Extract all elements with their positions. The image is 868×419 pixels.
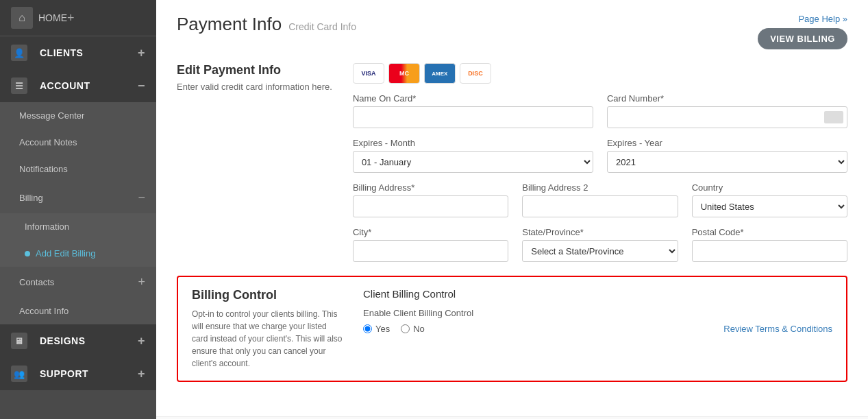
- sidebar-item-message-center[interactable]: Message Center: [0, 102, 156, 129]
- clients-plus-icon: +: [138, 46, 145, 60]
- form-right: VISA MC AMEX DISC Name On Card* Card Num…: [353, 63, 847, 262]
- name-on-card-input[interactable]: [353, 106, 593, 128]
- sidebar-item-notifications[interactable]: Notifications: [0, 156, 156, 182]
- sidebar-item-account-info[interactable]: Account Info: [0, 298, 156, 324]
- billing-control-title: Billing Control: [192, 288, 343, 302]
- billing-address2-input[interactable]: [522, 195, 678, 217]
- client-billing-title: Client Billing Control: [363, 288, 832, 300]
- card-type-indicator: [824, 111, 843, 123]
- sidebar-item-billing[interactable]: Billing −: [0, 182, 156, 213]
- edit-payment-title: Edit Payment Info: [177, 63, 332, 77]
- city-input[interactable]: [353, 240, 508, 262]
- radio-yes-label[interactable]: Yes: [363, 324, 390, 334]
- account-notes-label: Account Notes: [19, 137, 77, 147]
- page-title: Payment Info: [177, 14, 282, 35]
- radio-no[interactable]: [401, 324, 410, 333]
- city-group: City*: [353, 227, 508, 262]
- billing-control-right: Client Billing Control Enable Client Bil…: [363, 288, 832, 370]
- sidebar-item-designs[interactable]: 🖥 DESIGNS +: [0, 324, 156, 357]
- designs-plus-icon: +: [138, 334, 145, 348]
- country-group: Country United StatesCanadaUnited Kingdo…: [692, 182, 847, 217]
- radio-group: Yes No: [363, 324, 425, 334]
- billing-address-input[interactable]: [353, 195, 508, 217]
- header-right: Page Help » VIEW BILLING: [758, 14, 847, 49]
- sidebar-item-add-edit-billing[interactable]: Add Edit Billing: [0, 240, 156, 267]
- clients-icon: 👤: [11, 45, 27, 61]
- designs-label: DESIGNS: [40, 335, 86, 346]
- billing-control-box: Billing Control Opt-in to control your c…: [177, 276, 847, 382]
- notifications-label: Notifications: [19, 164, 68, 174]
- country-select[interactable]: United StatesCanadaUnited KingdomAustral…: [692, 195, 847, 217]
- support-plus-icon: +: [138, 367, 145, 381]
- view-billing-button[interactable]: VIEW BILLING: [758, 28, 847, 49]
- billing-address2-group: Billing Address 2: [522, 182, 678, 217]
- visa-logo: VISA: [353, 63, 384, 84]
- account-label: ACCOUNT: [40, 80, 90, 91]
- billing-control-left: Billing Control Opt-in to control your c…: [192, 288, 343, 370]
- card-logos: VISA MC AMEX DISC: [353, 63, 847, 84]
- support-label: SUPPORT: [40, 368, 88, 379]
- radio-no-label[interactable]: No: [401, 324, 425, 334]
- billing-address-group: Billing Address*: [353, 182, 508, 217]
- expires-year-group: Expires - Year 2021202220232024202520262…: [607, 138, 847, 173]
- clients-label: CLIENTS: [40, 47, 83, 58]
- enable-label: Enable Client Billing Control: [363, 308, 832, 318]
- main-content: Payment Info Credit Card Info Page Help …: [156, 0, 868, 419]
- add-edit-billing-label: Add Edit Billing: [36, 248, 95, 259]
- postal-label: Postal Code*: [692, 227, 847, 237]
- home-icon: ⌂: [11, 7, 33, 29]
- amex-logo: AMEX: [424, 63, 456, 84]
- contacts-label: Contacts: [19, 277, 54, 287]
- mastercard-logo: MC: [388, 63, 420, 84]
- account-minus-icon: −: [138, 79, 145, 93]
- edit-payment-desc: Enter valid credit card information here…: [177, 82, 332, 92]
- sidebar-item-information[interactable]: Information: [0, 213, 156, 240]
- name-on-card-label: Name On Card*: [353, 93, 593, 104]
- active-dot: [25, 251, 30, 256]
- designs-icon: 🖥: [11, 333, 27, 349]
- card-number-label: Card Number*: [607, 93, 847, 104]
- form-left-desc: Edit Payment Info Enter valid credit car…: [177, 63, 332, 262]
- terms-link[interactable]: Review Terms & Conditions: [723, 324, 832, 334]
- state-group: State/Province* Select a State/ProvinceA…: [522, 227, 678, 262]
- postal-group: Postal Code*: [692, 227, 847, 262]
- form-footer: Save changes Cancel: [156, 416, 868, 419]
- billing-address-label: Billing Address*: [353, 182, 508, 193]
- billing-address2-label: Billing Address 2: [522, 182, 678, 193]
- page-title-area: Payment Info Credit Card Info: [177, 14, 356, 35]
- billing-label: Billing: [19, 193, 43, 203]
- name-on-card-group: Name On Card*: [353, 93, 593, 128]
- radio-yes[interactable]: [363, 324, 372, 333]
- expires-month-select[interactable]: 01 - January02 - February03 - March04 - …: [353, 151, 593, 173]
- sidebar-home-label: HOME: [38, 12, 67, 23]
- expires-month-label: Expires - Month: [353, 138, 593, 148]
- radio-and-terms: Yes No Review Terms & Conditions: [363, 324, 832, 334]
- yes-text: Yes: [375, 324, 390, 334]
- sidebar: ⌂ HOME + 👤 CLIENTS + ☰ ACCOUNT − Message…: [0, 0, 156, 419]
- sidebar-item-support[interactable]: 👥 SUPPORT +: [0, 357, 156, 390]
- sidebar-item-clients[interactable]: 👤 CLIENTS +: [0, 36, 156, 69]
- sidebar-item-account-notes[interactable]: Account Notes: [0, 129, 156, 156]
- no-text: No: [413, 324, 425, 334]
- edit-payment-section: Edit Payment Info Enter valid credit car…: [177, 63, 847, 262]
- sidebar-item-contacts[interactable]: Contacts +: [0, 267, 156, 298]
- discover-logo: DISC: [460, 63, 491, 84]
- sidebar-item-home[interactable]: ⌂ HOME +: [0, 0, 156, 36]
- account-info-label: Account Info: [19, 306, 69, 316]
- contacts-plus-icon: +: [138, 275, 145, 289]
- card-number-input[interactable]: [607, 106, 847, 128]
- account-icon: ☰: [11, 77, 27, 94]
- state-select[interactable]: Select a State/ProvinceAlabamaAlaskaAriz…: [522, 240, 678, 262]
- page-header: Payment Info Credit Card Info Page Help …: [177, 14, 847, 49]
- page-help-link[interactable]: Page Help »: [758, 14, 847, 24]
- card-number-group: Card Number*: [607, 93, 847, 128]
- expires-year-select[interactable]: 2021202220232024202520262027202820292030: [607, 151, 847, 173]
- postal-input[interactable]: [692, 240, 847, 262]
- sidebar-item-account[interactable]: ☰ ACCOUNT −: [0, 69, 156, 102]
- state-label: State/Province*: [522, 227, 678, 237]
- home-plus-icon: +: [67, 11, 75, 25]
- expires-year-label: Expires - Year: [607, 138, 847, 148]
- support-icon: 👥: [11, 366, 27, 382]
- card-number-wrap: [607, 106, 847, 128]
- information-label: Information: [25, 222, 69, 232]
